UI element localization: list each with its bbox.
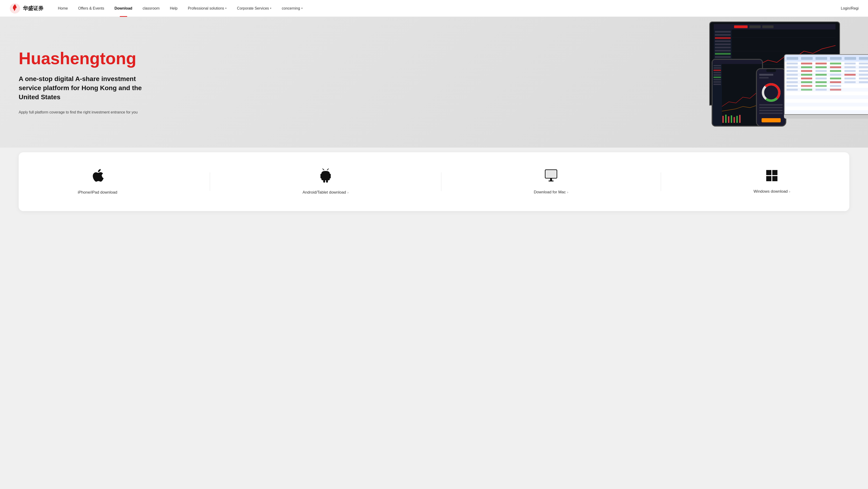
- logo-link[interactable]: 华盛证券: [9, 3, 43, 14]
- nav-home[interactable]: Home: [53, 0, 73, 17]
- svg-rect-21: [734, 25, 748, 28]
- svg-rect-123: [786, 85, 798, 87]
- svg-rect-111: [815, 81, 827, 83]
- svg-rect-119: [785, 99, 868, 103]
- nav-classroom[interactable]: classroom: [137, 0, 165, 17]
- device-laptop: [784, 54, 868, 115]
- svg-rect-130: [830, 89, 841, 91]
- nav-login[interactable]: Login/Regi: [841, 6, 859, 10]
- svg-rect-144: [766, 176, 771, 181]
- chevron-down-icon: ▾: [225, 7, 227, 10]
- nav-professional[interactable]: Professional solutions ▾: [183, 0, 232, 17]
- ios-download-label: iPhone/iPad download: [78, 190, 117, 195]
- svg-rect-59: [759, 107, 782, 108]
- svg-rect-105: [830, 78, 841, 79]
- nav-help[interactable]: Help: [165, 0, 183, 17]
- arrow-icon: ›: [347, 191, 348, 194]
- svg-rect-79: [859, 63, 868, 64]
- svg-rect-74: [786, 63, 798, 64]
- svg-rect-95: [786, 74, 798, 76]
- ios-download-item[interactable]: iPhone/iPad download: [71, 164, 124, 199]
- svg-rect-43: [713, 60, 762, 64]
- download-section: iPhone/iPad download Andr: [0, 148, 868, 225]
- mac-download-label: Download for Mac ›: [534, 190, 568, 195]
- svg-rect-20: [714, 24, 835, 29]
- svg-rect-114: [859, 81, 868, 83]
- hero-section: Huashengtong A one-stop digital A-share …: [0, 17, 868, 148]
- svg-rect-106: [844, 78, 856, 79]
- chevron-down-icon: ▾: [270, 7, 272, 10]
- hero-description: Apply full platform coverage to find the…: [19, 109, 154, 115]
- svg-rect-145: [772, 176, 777, 181]
- svg-rect-118: [785, 95, 868, 99]
- nav-menu: Home Offers & Events Download classroom …: [53, 0, 841, 17]
- svg-rect-44: [713, 65, 721, 66]
- svg-rect-104: [815, 78, 827, 79]
- svg-rect-90: [815, 70, 827, 72]
- svg-rect-42: [739, 115, 741, 123]
- svg-rect-70: [830, 57, 842, 60]
- device-container: [709, 22, 868, 143]
- svg-rect-140: [549, 180, 554, 181]
- svg-rect-142: [766, 170, 771, 175]
- nav-offers[interactable]: Offers & Events: [73, 0, 110, 17]
- windows-download-item[interactable]: Windows download ›: [747, 165, 797, 199]
- svg-point-141: [551, 178, 552, 179]
- svg-rect-45: [713, 67, 721, 69]
- android-icon: [319, 169, 332, 185]
- nav-download[interactable]: Download: [109, 0, 137, 17]
- svg-rect-23: [762, 25, 773, 28]
- svg-rect-30: [715, 50, 731, 52]
- laptop-screen: [785, 55, 868, 114]
- svg-rect-103: [801, 78, 812, 79]
- svg-rect-84: [830, 66, 841, 68]
- logo-text: 华盛证券: [23, 5, 43, 12]
- svg-rect-60: [759, 110, 782, 111]
- mac-download-item[interactable]: Download for Mac ›: [527, 164, 575, 199]
- nav-concerning[interactable]: concerning ▾: [277, 0, 308, 17]
- svg-rect-31: [715, 53, 731, 55]
- android-download-label: Android/Tablet download ›: [303, 190, 348, 195]
- svg-rect-62: [762, 118, 781, 122]
- svg-rect-71: [844, 57, 856, 60]
- windows-icon: [766, 170, 778, 184]
- monitor-icon: [544, 169, 558, 185]
- svg-rect-127: [786, 89, 798, 91]
- device-phone: [756, 68, 786, 126]
- tablet-screen: [713, 60, 762, 126]
- svg-rect-102: [786, 78, 798, 79]
- svg-rect-128: [801, 89, 812, 91]
- svg-rect-64: [759, 77, 769, 79]
- svg-rect-92: [844, 70, 856, 72]
- logo-icon: [9, 3, 21, 14]
- svg-rect-36: [722, 116, 724, 123]
- svg-rect-49: [713, 77, 721, 78]
- svg-rect-124: [801, 85, 812, 87]
- svg-rect-24: [715, 31, 731, 33]
- svg-rect-69: [815, 57, 827, 60]
- svg-rect-25: [715, 34, 731, 36]
- svg-rect-38: [728, 116, 730, 123]
- svg-rect-120: [785, 103, 868, 107]
- chevron-down-icon: ▾: [301, 7, 303, 10]
- svg-rect-112: [830, 81, 841, 83]
- svg-rect-76: [815, 63, 827, 64]
- svg-rect-122: [785, 110, 868, 114]
- svg-rect-75: [801, 63, 812, 64]
- android-download-item[interactable]: Android/Tablet download ›: [296, 164, 355, 199]
- svg-rect-133: [320, 174, 322, 178]
- svg-rect-22: [749, 25, 761, 28]
- svg-rect-99: [844, 74, 856, 76]
- svg-rect-68: [801, 57, 813, 60]
- hero-content: Huashengtong A one-stop digital A-share …: [19, 49, 154, 115]
- svg-rect-29: [715, 47, 731, 49]
- svg-rect-89: [801, 70, 812, 72]
- nav-corporate[interactable]: Corporate Services ▾: [232, 0, 277, 17]
- svg-rect-27: [715, 40, 731, 42]
- svg-rect-28: [715, 44, 731, 45]
- svg-rect-48: [713, 74, 721, 76]
- svg-rect-83: [815, 66, 827, 68]
- arrow-icon: ›: [789, 190, 790, 193]
- svg-rect-41: [736, 116, 738, 123]
- svg-rect-51: [713, 81, 721, 83]
